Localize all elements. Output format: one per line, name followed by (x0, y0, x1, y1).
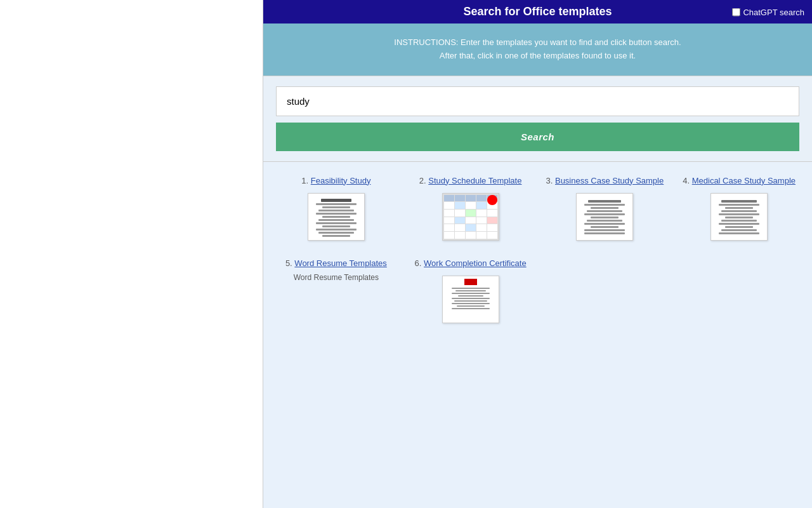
results-row2: 5. Word Resume Templates Word Resume Tem… (270, 251, 806, 331)
empty-cell-1 (541, 253, 669, 328)
search-area: Search (263, 76, 812, 161)
badge-icon (487, 195, 497, 205)
instructions-line1: INSTRUCTIONS: Enter the templates you wa… (282, 36, 793, 50)
empty-cell-2 (675, 253, 803, 328)
result-number-6: 6. Work Completion Certificate (415, 258, 527, 268)
search-input[interactable] (276, 86, 799, 116)
result-thumbnail-6 (442, 276, 499, 323)
result-link-3[interactable]: Business Case Study Sample (555, 176, 664, 185)
result-number-3: 3. Business Case Study Sample (546, 176, 664, 185)
result-thumbnail-2 (442, 193, 499, 241)
app-header: Search for Office templates ChatGPT sear… (263, 0, 812, 23)
left-panel (0, 0, 263, 508)
result-link-2[interactable]: Study Schedule Template (428, 176, 521, 185)
search-button[interactable]: Search (276, 123, 799, 151)
result-item-1: 1. Feasibility Study (272, 171, 400, 246)
result-link-4[interactable]: Medical Case Study Sample (692, 176, 796, 185)
result-thumbnail-3 (576, 193, 633, 241)
results-area: 1. Feasibility Study (263, 161, 812, 508)
result-item-4: 4. Medical Case Study Sample (675, 171, 803, 246)
result-link-6[interactable]: Work Completion Certificate (424, 258, 527, 268)
result-thumbnail-4 (710, 193, 768, 241)
instructions-line2: After that, click in one of the template… (282, 50, 793, 63)
header-title: Search for Office templates (463, 5, 612, 18)
result-item-2: 2. Study Schedule Template (407, 171, 535, 246)
results-grid: 1. Feasibility Study (270, 168, 806, 248)
cert-logo (464, 279, 477, 285)
result-number-1: 1. Feasibility Study (301, 176, 370, 185)
result-thumbnail-1 (308, 193, 365, 241)
result-static-text-5: Word Resume Templates (294, 273, 379, 282)
result-number-4: 4. Medical Case Study Sample (683, 176, 796, 185)
result-item-5: 5. Word Resume Templates Word Resume Tem… (272, 253, 400, 328)
result-link-5[interactable]: Word Resume Templates (294, 258, 386, 268)
result-item-3: 3. Business Case Study Sample (541, 171, 669, 246)
chatgpt-label: ChatGPT search (743, 7, 804, 17)
chatgpt-checkbox-area[interactable]: ChatGPT search (732, 7, 804, 17)
right-panel: Search for Office templates ChatGPT sear… (263, 0, 812, 508)
result-number-2: 2. Study Schedule Template (419, 176, 522, 185)
result-link-1[interactable]: Feasibility Study (311, 176, 371, 185)
result-item-6: 6. Work Completion Certificate (407, 253, 535, 328)
instructions-box: INSTRUCTIONS: Enter the templates you wa… (263, 23, 812, 76)
chatgpt-checkbox-input[interactable] (732, 8, 740, 16)
result-number-5: 5. Word Resume Templates (285, 258, 387, 268)
